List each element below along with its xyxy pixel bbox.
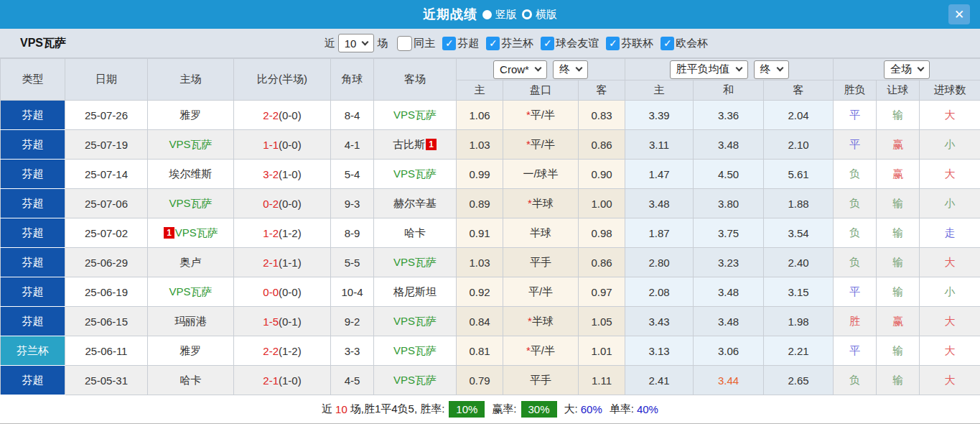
team-name: VPS瓦萨 [169,285,212,298]
avg-home-odds-cell: 1.87 [625,218,694,248]
handicap-home-odds-cell: 0.81 [457,336,503,366]
layout-radio-horizontal[interactable]: 横版 [522,8,557,22]
title-bar: 近期战绩 竖版 横版 ✕ [0,0,980,29]
halftime-score: (1-0) [279,168,302,180]
league-type-cell: 芬超 [1,130,65,160]
header-date: 日期 [65,59,148,101]
handicap-line-cell: 平/半 [503,277,579,307]
team-name: VPS瓦萨 [169,138,212,150]
league-type-cell: 芬超 [1,189,65,218]
result-goals-cell: 小 [920,189,980,218]
avg-time-select[interactable]: 终 [754,60,789,79]
avg-home-odds-cell: 3.39 [625,101,694,130]
league-checkbox-2[interactable]: ✓ [541,37,554,50]
handicap-away-odds-cell: 0.86 [579,248,625,277]
match-date-cell: 25-07-06 [65,189,148,218]
handicap-line-cell: *平/半 [503,130,579,160]
chevron-down-icon [918,65,925,72]
match-date-cell: 25-07-14 [65,160,148,189]
score-cell: 1-1(0-0) [234,130,331,160]
star-marker-icon: * [526,344,531,356]
match-date-cell: 25-06-19 [65,277,148,307]
corner-cell: 5-5 [331,248,374,277]
league-checkbox-3[interactable]: ✓ [606,37,620,50]
avg-home-odds-cell: 3.13 [625,336,694,366]
results-table: 类型 日期 主场 比分(半场) 角球 客场 Crow* 终 [0,58,980,395]
result-handicap-cell: 赢 [877,160,920,189]
result-wdl-cell: 平 [834,130,877,160]
avg-draw-odds-cell: 4.50 [694,160,764,189]
away-team-cell: VPS瓦萨 [374,160,457,189]
avg-odds-select[interactable]: 胜平负均值 [670,60,748,79]
match-date-cell: 25-06-29 [65,248,148,277]
result-wdl-cell: 负 [834,218,877,248]
games-label: 场 [377,37,388,50]
fulltime-score: 2-2 [263,109,279,121]
fulltime-score: 1-1 [263,139,279,151]
team-name: VPS瓦萨 [393,256,437,268]
handicap-line-cell: *平/半 [503,101,579,130]
avg-away-odds-cell: 1.98 [764,307,834,336]
red-card-badge: 1 [164,227,174,239]
subheader-result-goals: 进球数 [920,80,980,101]
layout-radio-vertical[interactable]: 竖版 [482,8,517,22]
handicap-time-select[interactable]: 终 [553,60,588,79]
home-team-cell: 雅罗 [148,101,234,130]
avg-away-odds-cell: 2.04 [764,101,834,130]
league-checkbox-0[interactable]: ✓ [442,37,456,50]
score-cell: 0-0(0-0) [234,277,331,307]
result-goals-cell: 大 [920,248,980,277]
handicap-line-cell: 半球 [503,218,579,248]
match-row: 芬超 25-06-19 VPS瓦萨 0-0(0-0) 10-4 格尼斯坦 0.9… [1,277,980,307]
team-name: 赫尔辛基 [393,197,437,209]
header-type: 类型 [1,59,65,101]
period-select[interactable]: 全场 [884,60,930,79]
bookmaker-select[interactable]: Crow* [493,60,547,79]
handicap-line-cell: 一/球半 [503,160,579,189]
close-button[interactable]: ✕ [948,4,970,24]
match-row: 芬超 25-07-26 雅罗 2-2(0-0) 8-4 VPS瓦萨 1.06 *… [1,101,980,130]
period-value: 全场 [890,63,912,76]
chevron-down-icon [534,65,541,72]
same-home-label: 同主 [414,37,435,50]
avg-draw-odds-cell: 3.48 [694,130,764,160]
team-name: VPS瓦萨 [393,167,437,180]
radio-horizontal-label[interactable]: 横版 [536,8,557,22]
match-row: 芬超 25-06-15 玛丽港 1-5(0-1) 9-2 VPS瓦萨 0.84 … [1,307,980,336]
team-name: VPS瓦萨 [393,344,437,356]
league-type-cell: 芬超 [1,366,65,395]
away-team-cell: 赫尔辛基 [374,189,457,218]
fulltime-score: 1-2 [263,227,279,239]
result-wdl-cell: 负 [834,248,877,277]
league-checkbox-1[interactable]: ✓ [486,37,500,50]
league-label-3: 芬联杯 [621,37,653,50]
avg-away-odds-cell: 3.15 [764,277,834,307]
radio-selected-icon[interactable] [482,10,492,19]
match-count-select[interactable]: 10 [338,34,375,52]
radio-unselected-icon[interactable] [522,9,532,19]
match-date-cell: 25-06-15 [65,307,148,336]
avg-away-odds-cell: 2.40 [764,248,834,277]
fulltime-score: 0-0 [263,286,279,298]
fulltime-score: 0-2 [263,198,279,210]
score-cell: 2-1(1-0) [234,366,331,395]
corner-cell: 8-9 [331,218,374,248]
league-checkbox-4[interactable]: ✓ [661,37,674,50]
away-team-cell: VPS瓦萨 [374,336,457,366]
same-home-checkbox[interactable] [397,36,412,51]
handicap-line-cell: *平/半 [503,336,579,366]
summary-games-count: 10 [335,403,347,415]
check-icon: ✓ [663,37,672,49]
halftime-score: (0-0) [279,198,302,210]
star-marker-icon: * [526,109,531,121]
radio-vertical-label[interactable]: 竖版 [495,8,517,22]
match-row: 芬超 25-06-29 奥卢 2-1(1-1) 5-5 VPS瓦萨 1.03 平… [1,248,980,277]
avg-home-odds-cell: 3.48 [625,189,694,218]
score-cell: 3-2(1-0) [234,160,331,189]
result-goals-cell: 走 [920,218,980,248]
handicap-away-odds-cell: 0.98 [579,218,625,248]
handicap-line-cell: 平手 [503,248,579,277]
match-row: 芬超 25-05-31 哈卡 2-1(1-0) 4-5 VPS瓦萨 0.79 平… [1,366,980,395]
win-rate-badge: 10% [449,401,485,418]
result-handicap-cell: 输 [877,218,920,248]
